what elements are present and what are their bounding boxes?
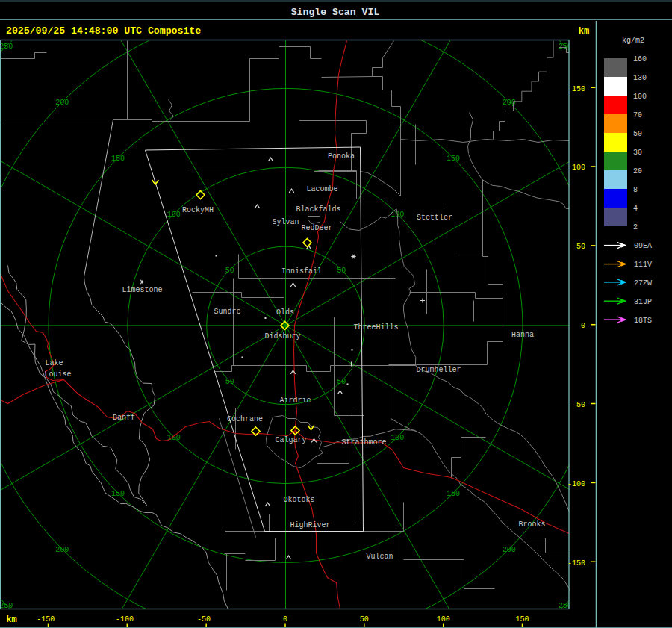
svg-text:Lacombe: Lacombe: [306, 185, 337, 193]
svg-text:-100: -100: [567, 480, 585, 488]
svg-text:200: 200: [55, 99, 69, 107]
svg-text:100: 100: [391, 434, 404, 442]
svg-text:150: 150: [447, 155, 460, 163]
svg-text:100: 100: [633, 93, 647, 101]
svg-text:Hanna: Hanna: [511, 331, 534, 339]
svg-text:18TS: 18TS: [634, 317, 652, 325]
svg-text:Olds: Olds: [276, 308, 294, 317]
svg-text:-150: -150: [37, 615, 55, 624]
svg-text:Limestone: Limestone: [122, 286, 162, 294]
svg-text:Drumheller: Drumheller: [416, 366, 461, 374]
svg-text:Stettler: Stettler: [417, 214, 452, 222]
svg-text:Banff: Banff: [113, 414, 135, 422]
svg-text:50: 50: [225, 267, 234, 275]
svg-text:-100: -100: [116, 615, 134, 624]
svg-text:4: 4: [633, 205, 638, 213]
svg-text:130: 130: [633, 74, 647, 82]
svg-text:20: 20: [633, 167, 642, 175]
svg-text:09EA: 09EA: [634, 242, 652, 250]
svg-text:30: 30: [633, 149, 642, 157]
svg-text:70: 70: [633, 111, 642, 119]
svg-text:27ZW: 27ZW: [634, 279, 652, 287]
svg-text:Didsbury: Didsbury: [264, 332, 300, 341]
svg-text:50: 50: [633, 130, 642, 138]
svg-text:2025/09/25 14:48:00 UTC Compos: 2025/09/25 14:48:00 UTC Composite: [6, 25, 201, 37]
svg-text:0: 0: [283, 615, 287, 624]
svg-text:Calgary: Calgary: [275, 436, 306, 444]
svg-text:250: 250: [0, 43, 13, 51]
svg-text:Ponoka: Ponoka: [328, 152, 355, 161]
svg-text:Louise: Louise: [44, 370, 71, 379]
svg-text:Sundre: Sundre: [214, 308, 240, 316]
svg-text:-50: -50: [572, 401, 585, 409]
svg-text:2: 2: [633, 223, 638, 231]
svg-text:Brooks: Brooks: [518, 520, 545, 529]
svg-text:150: 150: [111, 155, 125, 163]
svg-text:150: 150: [111, 490, 125, 498]
svg-text:50: 50: [337, 378, 346, 386]
svg-text:km: km: [6, 615, 16, 625]
svg-text:kg/m2: kg/m2: [622, 37, 644, 45]
svg-text:Cochrane: Cochrane: [227, 415, 263, 423]
svg-text:HighRiver: HighRiver: [290, 521, 330, 529]
svg-text:31JP: 31JP: [634, 298, 652, 306]
svg-text:RedDeer: RedDeer: [301, 224, 332, 232]
svg-text:Innisfail: Innisfail: [281, 267, 322, 276]
svg-text:Sylvan: Sylvan: [272, 218, 299, 226]
svg-text:200: 200: [503, 99, 516, 107]
svg-text:150: 150: [447, 490, 460, 498]
svg-text:200: 200: [55, 546, 69, 554]
svg-text:150: 150: [515, 615, 529, 624]
svg-text:Blackfalds: Blackfalds: [296, 205, 340, 214]
svg-text:111V: 111V: [634, 261, 652, 269]
svg-text:-50: -50: [197, 615, 211, 624]
svg-text:50: 50: [360, 615, 369, 624]
svg-text:Airdrie: Airdrie: [279, 397, 311, 405]
svg-text:ThreeHills: ThreeHills: [353, 323, 398, 332]
svg-text:160: 160: [633, 55, 647, 63]
svg-text:200: 200: [503, 546, 516, 554]
svg-text:-150: -150: [567, 559, 585, 568]
svg-text:Lake: Lake: [45, 359, 63, 367]
svg-text:100: 100: [572, 164, 585, 172]
svg-text:8: 8: [633, 186, 638, 194]
svg-text:Okotoks: Okotoks: [283, 496, 314, 504]
svg-text:Single_Scan_VIL: Single_Scan_VIL: [291, 7, 380, 18]
svg-text:0: 0: [581, 322, 585, 330]
svg-text:100: 100: [437, 615, 450, 624]
svg-text:100: 100: [167, 211, 181, 219]
svg-text:100: 100: [167, 434, 181, 442]
svg-text:Vulcan: Vulcan: [366, 553, 393, 561]
svg-text:RockyMH: RockyMH: [182, 206, 214, 214]
svg-text:km: km: [579, 26, 589, 37]
svg-text:Strathmore: Strathmore: [341, 438, 386, 447]
svg-text:50: 50: [576, 243, 585, 251]
svg-text:150: 150: [572, 85, 585, 93]
svg-text:50: 50: [337, 267, 346, 275]
svg-text:50: 50: [225, 378, 234, 386]
